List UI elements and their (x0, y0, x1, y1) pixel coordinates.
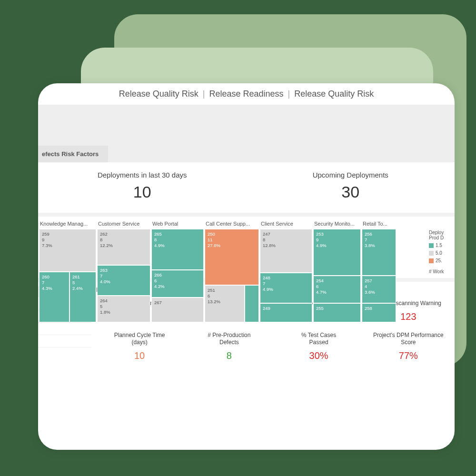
treemap-cell[interactable] (245, 285, 259, 322)
column-cells: 262812.2%26374.0%26451.8% (97, 229, 150, 274)
treemap-cell[interactable]: 2501127.8% (205, 229, 259, 285)
column-cells: 25394.9%25464.7%255 (313, 229, 361, 274)
treemap-cell[interactable]: 24874.9% (260, 273, 312, 303)
column-cells: 25673.8%25743.6%258 (362, 229, 396, 274)
swatch-gray (429, 251, 434, 256)
treemap-column: Customer Service262812.2%26374.0%26451.8… (97, 219, 150, 274)
kpi-value: 10 (38, 183, 247, 201)
treemap-column: Web Portal26584.9%26664.2%267 (151, 219, 204, 274)
risk-label: Planned Cycle Time (days) (96, 332, 183, 346)
column-header: Web Portal (151, 219, 204, 229)
column-header: Security Monito... (313, 219, 361, 229)
treemap-cell[interactable]: 26664.2% (151, 270, 204, 298)
breadcrumb-seg-2[interactable]: Release Quality Risk (294, 89, 374, 99)
kpi-deployments-30d: Deployments in last 30 days 10 (38, 171, 247, 201)
risk-item: % Test Cases Passed30% (276, 332, 362, 361)
legend-title-2: Prod D (429, 235, 453, 240)
breadcrumb-seg-1[interactable]: Release Readiness (209, 89, 283, 99)
treemap-column: Knowledge Manag...25997.3%26074.3%26152.… (39, 219, 96, 274)
legend: Deploy Prod D 1.5 5.0 25. # Work (426, 219, 455, 274)
legend-footer: # Work (429, 269, 453, 274)
column-header: Knowledge Manag... (39, 219, 96, 229)
treemap-cell[interactable]: 255 (313, 303, 361, 322)
treemap[interactable]: Knowledge Manag...25997.3%26074.3%26152.… (38, 219, 426, 274)
breadcrumb: Release Quality Risk | Release Readiness… (38, 83, 455, 105)
treemap-cell[interactable]: 258 (362, 303, 396, 322)
treemap-cell[interactable]: 25743.6% (362, 276, 396, 303)
risk-item: Planned Cycle Time (days)10 (96, 332, 183, 361)
sidebar-line (38, 323, 91, 335)
treemap-cell[interactable]: 26152.4% (69, 272, 96, 322)
treemap-column: Security Monito...25394.9%25464.7%255 (313, 219, 361, 274)
column-cells: 247812.8%24874.9%249 (260, 229, 312, 274)
kpi-label: Deployments in last 30 days (38, 171, 247, 179)
risk-value: 8 (186, 350, 272, 361)
risk-label: % Test Cases Passed (276, 332, 362, 346)
column-cells: 26584.9%26664.2%267 (151, 229, 204, 274)
treemap-column: Call Center Supp...2501127.8%251613.2% (205, 219, 259, 274)
treemap-cell[interactable]: 251613.2% (205, 285, 245, 322)
column-header: Retail To... (362, 219, 396, 229)
treemap-cell[interactable]: 26374.0% (97, 265, 150, 296)
column-header: Client Service (260, 219, 312, 229)
column-header: Call Center Supp... (205, 219, 259, 229)
treemap-cell[interactable]: 25464.7% (313, 276, 361, 303)
treemap-cell[interactable]: 247812.8% (260, 229, 312, 273)
treemap-cell[interactable]: 25673.8% (362, 229, 396, 276)
treemap-cell[interactable]: 26584.9% (151, 229, 204, 270)
treemap-cell[interactable]: 25997.3% (39, 229, 96, 272)
treemap-column: Client Service247812.8%24874.9%249 (260, 219, 312, 274)
tab-defects-risk-factors[interactable]: efects Risk Factors (38, 146, 108, 162)
column-cells: 2501127.8%251613.2% (205, 229, 259, 274)
treemap-cell[interactable]: 267 (151, 298, 204, 322)
treemap-cell[interactable]: 249 (260, 303, 312, 322)
breadcrumb-sep: | (288, 89, 290, 99)
treemap-cell[interactable]: 262812.2% (97, 229, 150, 265)
sidebar-line (38, 335, 91, 347)
risk-item: Project's DPM Performance Score77% (365, 332, 452, 361)
filter-band: efects Risk Factors (38, 105, 455, 162)
breadcrumb-sep: | (203, 89, 205, 99)
treemap-column: Retail To...25673.8%25743.6%258 (362, 219, 396, 274)
risk-value: 77% (365, 350, 452, 361)
swatch-teal (429, 243, 434, 248)
risk-label: # Pre-Production Defects (186, 332, 272, 346)
treemap-section: Knowledge Manag...25997.3%26074.3%26152.… (38, 217, 455, 274)
treemap-cell[interactable]: 26074.3% (39, 272, 69, 322)
legend-item: 25. (429, 258, 453, 263)
swatch-orange (429, 258, 434, 263)
legend-title-1: Deploy (429, 230, 453, 235)
legend-item: 1.5 (429, 243, 453, 248)
kpi-value: 30 (247, 183, 455, 201)
kpi-upcoming-deployments: Upcoming Deployments 30 (247, 171, 455, 201)
risk-item: # Pre-Production Defects8 (186, 332, 272, 361)
risk-label: Project's DPM Performance Score (365, 332, 452, 346)
treemap-cell[interactable]: 26451.8% (97, 296, 150, 322)
dashboard-panel: Release Quality Risk | Release Readiness… (38, 83, 455, 450)
column-header: Customer Service (97, 219, 150, 229)
treemap-cell[interactable]: 25394.9% (313, 229, 361, 276)
risk-value: 10 (96, 350, 183, 361)
column-cells: 25997.3%26074.3%26152.4% (39, 229, 96, 274)
risk-value: 30% (276, 350, 362, 361)
breadcrumb-seg-0[interactable]: Release Quality Risk (119, 89, 198, 99)
kpi-row: Deployments in last 30 days 10 Upcoming … (38, 162, 455, 217)
kpi-label: Upcoming Deployments (247, 171, 455, 179)
legend-item: 5.0 (429, 250, 453, 256)
